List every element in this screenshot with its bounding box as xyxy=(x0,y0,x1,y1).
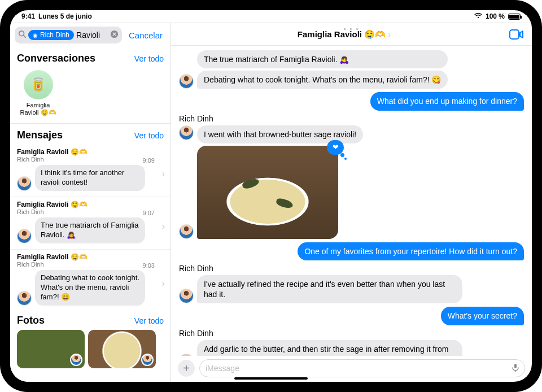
photo-result[interactable] xyxy=(88,330,156,368)
photos-heading: Fotos xyxy=(17,315,45,326)
conversation-title: Famiglia Ravioli 🤤🫶 xyxy=(298,29,386,40)
conversation-name-line2: Ravioli 🤤🫶 xyxy=(17,109,59,116)
photos-see-all[interactable]: Ver todo xyxy=(134,316,164,325)
dictation-button[interactable] xyxy=(512,363,519,374)
message-result-chat: Famiglia Ravioli 🤤🫶 xyxy=(17,201,164,208)
facetime-button[interactable] xyxy=(509,29,524,40)
conversation-pane: • • • Famiglia Ravioli 🤤🫶 › The true mat… xyxy=(171,23,532,382)
avatar xyxy=(141,354,154,366)
incoming-message[interactable]: Debating what to cook tonight. What's on… xyxy=(197,71,448,89)
messages-heading: Mensajes xyxy=(17,129,63,141)
search-token-contact[interactable]: ◉ Rich Dinh xyxy=(28,30,74,40)
conversations-heading: Conversaciones xyxy=(17,53,95,64)
message-result-time: 9:09 xyxy=(143,157,155,164)
add-attachment-button[interactable]: + xyxy=(178,360,195,377)
composer: + iMessage xyxy=(171,356,532,382)
message-result-time: 9:03 xyxy=(143,262,155,269)
message-result-sender: Rich Dinh xyxy=(17,261,164,268)
message-result[interactable]: Famiglia Ravioli 🤤🫶 Rich Dinh 9:03 Debat… xyxy=(10,250,171,311)
outgoing-message[interactable]: One of my favorites from your repertoire… xyxy=(298,242,524,260)
conversations-see-all[interactable]: Ver todo xyxy=(134,54,164,63)
battery-icon xyxy=(508,14,521,20)
sender-label: Rich Dinh xyxy=(179,329,524,338)
message-result-text: Debating what to cook tonight. What's on… xyxy=(35,270,145,306)
avatar xyxy=(17,229,32,243)
message-thread[interactable]: The true matriarch of Famiglia Ravioli. … xyxy=(171,46,532,356)
message-input[interactable]: iMessage xyxy=(199,359,525,377)
message-result-sender: Rich Dinh xyxy=(17,156,164,163)
svg-rect-4 xyxy=(514,364,517,368)
search-query-text: Ravioli xyxy=(76,31,100,40)
chevron-right-icon: › xyxy=(388,29,391,39)
sender-label: Rich Dinh xyxy=(179,264,524,273)
message-result-chat: Famiglia Ravioli 🤤🫶 xyxy=(17,253,164,261)
cancel-search-button[interactable]: Cancelar xyxy=(125,31,166,40)
search-icon xyxy=(18,30,26,40)
incoming-message[interactable]: Add garlic to the butter, and then stir … xyxy=(197,340,462,356)
clear-search-button[interactable] xyxy=(110,30,119,40)
chevron-right-icon: › xyxy=(162,279,165,289)
incoming-message[interactable]: I've actually refined the recipe and it'… xyxy=(197,275,462,303)
conversation-name-line1: Famiglia xyxy=(17,102,59,109)
status-bar: 9:41 Lunes 5 de junio 100 % xyxy=(10,10,532,23)
outgoing-message[interactable]: What did you end up making for dinner? xyxy=(370,92,524,110)
conversation-header: • • • Famiglia Ravioli 🤤🫶 › xyxy=(171,23,532,46)
search-token-label: Rich Dinh xyxy=(40,31,69,39)
photo-result[interactable] xyxy=(17,330,85,368)
sidebar: ◉ Rich Dinh Ravioli Cancelar Conversacio… xyxy=(10,23,171,382)
avatar xyxy=(17,176,32,191)
multitask-handle-icon[interactable]: • • • xyxy=(344,25,360,32)
battery-percent: 100 % xyxy=(486,12,505,20)
person-icon: ◉ xyxy=(33,32,38,38)
avatar xyxy=(70,354,82,366)
message-result-time: 9:07 xyxy=(143,210,155,216)
avatar xyxy=(179,125,194,140)
tapback-love[interactable]: ❤ xyxy=(327,140,344,155)
status-date: Lunes 5 de junio xyxy=(38,12,92,20)
home-indicator[interactable] xyxy=(234,377,308,380)
incoming-message[interactable]: The true matriarch of Famiglia Ravioli. … xyxy=(197,50,448,68)
search-field[interactable]: ◉ Rich Dinh Ravioli xyxy=(15,27,122,43)
avatar xyxy=(17,291,32,306)
sender-label: Rich Dinh xyxy=(179,114,524,123)
chevron-right-icon: › xyxy=(162,221,165,232)
chevron-right-icon: › xyxy=(162,169,165,180)
message-result-text: I think it's time for another ravioli co… xyxy=(35,165,145,191)
svg-line-1 xyxy=(24,36,26,38)
message-result[interactable]: Famiglia Ravioli 🤤🫶 Rich Dinh 9:07 The t… xyxy=(10,197,171,250)
message-result-sender: Rich Dinh xyxy=(17,208,164,215)
message-input-placeholder: iMessage xyxy=(206,364,239,373)
conversation-result[interactable]: 🥫 Famiglia Ravioli 🤤🫶 xyxy=(17,70,59,116)
message-result[interactable]: Famiglia Ravioli 🤤🫶 Rich Dinh 9:09 I thi… xyxy=(10,145,171,197)
messages-see-all[interactable]: Ver todo xyxy=(134,131,164,140)
svg-rect-3 xyxy=(510,30,519,39)
avatar xyxy=(179,224,194,239)
image-attachment[interactable] xyxy=(197,146,338,239)
status-time: 9:41 xyxy=(21,12,35,20)
wifi-icon xyxy=(474,12,482,20)
avatar xyxy=(179,74,194,89)
message-result-chat: Famiglia Ravioli 🤤🫶 xyxy=(17,148,164,156)
avatar xyxy=(179,289,194,303)
message-result-text: The true matriarch of Famiglia Ravioli. … xyxy=(35,217,145,243)
conversation-avatar: 🥫 xyxy=(24,70,53,99)
outgoing-message[interactable]: What's your secret? xyxy=(441,307,524,325)
